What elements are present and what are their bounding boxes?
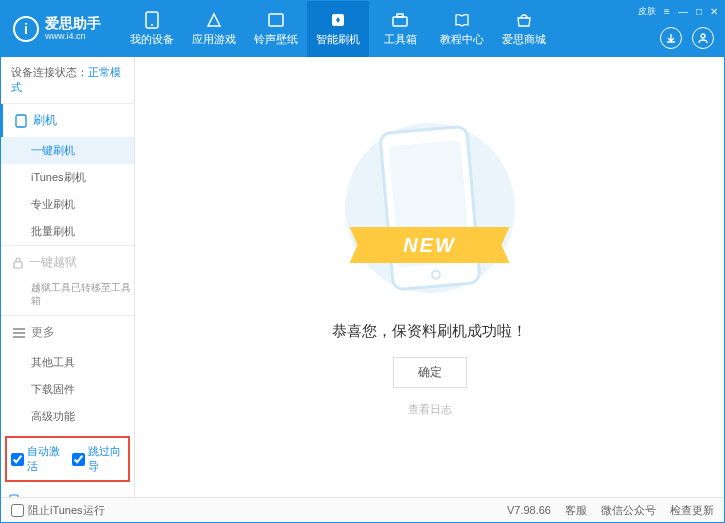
checkbox-input[interactable] [11, 453, 24, 466]
svg-rect-8 [14, 262, 22, 268]
svg-rect-7 [16, 115, 26, 127]
phone-icon [143, 11, 161, 29]
sidebar-label: 刷机 [33, 112, 57, 129]
nav-label: 工具箱 [384, 32, 417, 47]
phone-graphic [378, 124, 482, 291]
conn-label: 设备连接状态： [11, 66, 88, 78]
skin-button[interactable]: 皮肤 [638, 5, 656, 18]
sidebar-pro-flash[interactable]: 专业刷机 [1, 191, 134, 218]
flash-icon [329, 11, 347, 29]
lock-icon [13, 257, 23, 269]
nav-store[interactable]: 爱思商城 [493, 1, 555, 57]
brand-url: www.i4.cn [45, 32, 101, 42]
minimize-button[interactable]: — [678, 6, 688, 17]
nav-label: 智能刷机 [316, 32, 360, 47]
book-icon [453, 11, 471, 29]
status-bar: 阻止iTunes运行 V7.98.66 客服 微信公众号 检查更新 [1, 497, 724, 522]
main-content: NEW 恭喜您，保资料刷机成功啦！ 确定 查看日志 [135, 57, 724, 498]
checkbox-highlight-area: 自动激活 跳过向导 [5, 436, 130, 482]
cb-label: 自动激活 [27, 444, 64, 474]
nav-apps[interactable]: 应用游戏 [183, 1, 245, 57]
footer-label: 阻止iTunes运行 [28, 503, 105, 518]
connection-status: 设备连接状态：正常模式 [1, 57, 134, 103]
nav-ringtones[interactable]: 铃声壁纸 [245, 1, 307, 57]
checkbox-input[interactable] [11, 504, 24, 517]
version-text: V7.98.66 [507, 504, 551, 516]
auto-activate-checkbox[interactable]: 自动激活 [11, 444, 64, 474]
sidebar-itunes-flash[interactable]: iTunes刷机 [1, 164, 134, 191]
new-ribbon: NEW [350, 227, 510, 263]
cb-label: 跳过向导 [88, 444, 125, 474]
store-icon [515, 11, 533, 29]
nav-smart-flash[interactable]: 智能刷机 [307, 1, 369, 57]
svg-rect-4 [393, 17, 407, 26]
nav-tutorials[interactable]: 教程中心 [431, 1, 493, 57]
nav-label: 爱思商城 [502, 32, 546, 47]
ok-button[interactable]: 确定 [393, 357, 467, 388]
maximize-button[interactable]: □ [696, 6, 702, 17]
user-icon[interactable] [692, 27, 714, 49]
skip-guide-checkbox[interactable]: 跳过向导 [72, 444, 125, 474]
app-header: i 爱思助手 www.i4.cn 我的设备 应用游戏 铃声壁纸 智能刷机 工具箱 [1, 1, 724, 57]
apps-icon [205, 11, 223, 29]
wallpaper-icon [267, 11, 285, 29]
sidebar-download-fw[interactable]: 下载固件 [1, 376, 134, 403]
sidebar-batch-flash[interactable]: 批量刷机 [1, 218, 134, 245]
svg-point-1 [151, 24, 153, 26]
sidebar-label: 一键越狱 [29, 254, 77, 271]
nav-toolbox[interactable]: 工具箱 [369, 1, 431, 57]
toolbox-icon [391, 11, 409, 29]
nav-label: 教程中心 [440, 32, 484, 47]
svg-rect-5 [397, 14, 403, 17]
sidebar-other-tools[interactable]: 其他工具 [1, 349, 134, 376]
wechat-link[interactable]: 微信公众号 [601, 503, 656, 518]
sidebar-flash-head[interactable]: 刷机 [1, 104, 134, 137]
checkbox-input[interactable] [72, 453, 85, 466]
sidebar-oneclick-flash[interactable]: 一键刷机 [1, 137, 134, 164]
jailbreak-note: 越狱工具已转移至工具箱 [1, 279, 134, 315]
phone-icon [15, 114, 27, 128]
nav-my-device[interactable]: 我的设备 [121, 1, 183, 57]
success-message: 恭喜您，保资料刷机成功啦！ [332, 322, 527, 341]
logo-icon: i [13, 16, 39, 42]
sidebar: 设备连接状态：正常模式 刷机 一键刷机 iTunes刷机 专业刷机 批量刷机 一… [1, 57, 135, 498]
header-right-icons [660, 27, 714, 49]
list-icon [13, 328, 25, 338]
svg-rect-2 [269, 14, 283, 26]
menu-button[interactable]: ≡ [664, 6, 670, 17]
support-link[interactable]: 客服 [565, 503, 587, 518]
download-icon[interactable] [660, 27, 682, 49]
sidebar-label: 更多 [31, 324, 55, 341]
svg-point-6 [701, 34, 705, 38]
nav-label: 我的设备 [130, 32, 174, 47]
sidebar-jailbreak-head: 一键越狱 [1, 246, 134, 279]
main-nav: 我的设备 应用游戏 铃声壁纸 智能刷机 工具箱 教程中心 爱思商城 [121, 1, 555, 57]
sidebar-more-head[interactable]: 更多 [1, 316, 134, 349]
close-button[interactable]: ✕ [710, 6, 718, 17]
sidebar-advanced[interactable]: 高级功能 [1, 403, 134, 430]
block-itunes-checkbox[interactable]: 阻止iTunes运行 [11, 503, 105, 518]
brand-logo: i 爱思助手 www.i4.cn [13, 16, 101, 42]
brand-name: 爱思助手 [45, 16, 101, 31]
success-illustration: NEW [365, 118, 495, 298]
window-controls: 皮肤 ≡ — □ ✕ [638, 5, 718, 18]
nav-label: 铃声壁纸 [254, 32, 298, 47]
view-log-link[interactable]: 查看日志 [408, 402, 452, 417]
nav-label: 应用游戏 [192, 32, 236, 47]
check-update-link[interactable]: 检查更新 [670, 503, 714, 518]
